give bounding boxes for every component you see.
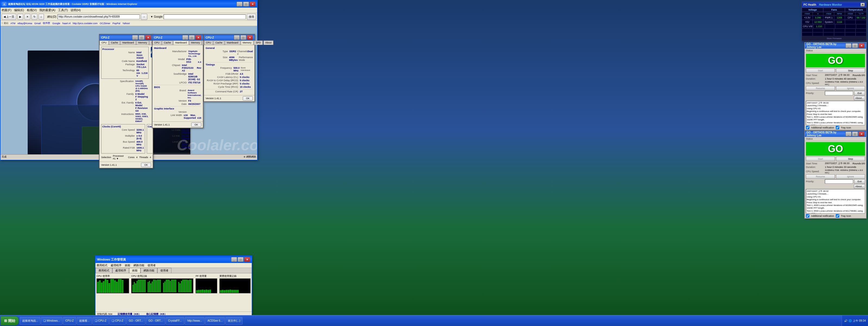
ie-address-input[interactable] — [58, 15, 140, 19]
orthos2-about-btn[interactable]: About... — [854, 184, 865, 189]
cpuz1-tab-cpu[interactable]: CPU — [99, 40, 108, 45]
taskman-max[interactable]: □ — [238, 257, 244, 262]
cpuz1-tab-memory[interactable]: Memory — [136, 40, 149, 45]
cpuz2-ok-btn[interactable]: OK — [191, 123, 201, 127]
cpuz3-tab-spd[interactable]: SPD — [254, 40, 263, 45]
ie-link-atm[interactable]: ATM — [10, 22, 16, 25]
taskbar-item-3[interactable]: 超频看... — [77, 317, 92, 325]
orthos1-addl-notif-check[interactable] — [806, 126, 809, 129]
orthos2-priority-input[interactable] — [825, 179, 853, 184]
orthos1-about-btn[interactable]: About... — [854, 96, 865, 100]
orthos2-tray-icon-check[interactable] — [836, 214, 839, 218]
cpuz2-min[interactable]: _ — [182, 35, 188, 40]
cpuz1-min[interactable]: _ — [132, 35, 138, 40]
taskbar-item-10[interactable]: ACDSee 6... — [205, 317, 225, 325]
taskman-tab-1[interactable]: 處理程序 — [112, 268, 129, 273]
ie-back[interactable]: ◀ 上一页 — [2, 14, 16, 20]
taskman-close[interactable]: ✕ — [244, 257, 250, 262]
ie-refresh[interactable]: ↻ — [31, 14, 37, 20]
cpuz3-tab-cpu[interactable]: CPU — [204, 40, 213, 45]
ie-search-input[interactable] — [163, 15, 246, 19]
orthos1-exit-btn[interactable]: Exit — [854, 91, 865, 96]
orthos1-resume-btn[interactable]: Resume — [806, 86, 835, 90]
taskbar-item-4[interactable]: ❑ CPU-Z — [93, 317, 109, 325]
orthos1-start-btn[interactable]: Start — [806, 69, 835, 73]
orthos2-resume-btn[interactable]: Resume — [806, 174, 835, 179]
hwmon-close[interactable]: ✕ — [860, 3, 865, 6]
ie-stop[interactable]: ✕ — [24, 14, 30, 20]
orthos2-stop-btn[interactable]: Stop — [836, 157, 865, 161]
cpuz1-close[interactable]: ✕ — [145, 35, 151, 40]
cpuz3-max[interactable]: □ — [240, 35, 246, 40]
cpuz2-tab-cpu[interactable]: CPU — [152, 40, 161, 45]
cpuz1-ok-btn[interactable]: OK — [141, 163, 151, 167]
taskman-menu-0[interactable]: 應用程式 — [97, 264, 107, 267]
taskman-min[interactable]: _ — [231, 257, 237, 262]
taskbar-item-5[interactable]: ❑ CPU-Z — [109, 317, 126, 325]
start-button[interactable]: ⊞ 開始 — [1, 316, 19, 325]
ie-link-gmail[interactable]: Gmail — [34, 22, 41, 25]
ie-menu-favorites[interactable]: 我的最爱(A) — [39, 8, 55, 12]
cpuz3-tab-memory[interactable]: Memory — [241, 40, 254, 45]
orthos2-ignore-btn[interactable]: Ignore — [836, 174, 865, 179]
taskman-menu-4[interactable]: 使用者 — [148, 264, 156, 267]
cpuz3-close[interactable]: ✕ — [247, 35, 253, 40]
cpuz2-tab-memory[interactable]: Memory — [189, 40, 202, 45]
orthos1-stop-btn[interactable]: Stop — [836, 69, 865, 73]
cpuz3-tab-mainboard[interactable]: Mainboard — [225, 40, 240, 45]
taskbar-item-9[interactable]: http://www... — [185, 317, 204, 325]
taskbar-item-7[interactable]: GO - ORT... — [146, 317, 165, 325]
ie-menu-view[interactable]: 检视(V) — [27, 8, 37, 12]
cpuz3-tab-about[interactable]: About — [264, 40, 274, 45]
cpuz2-tab-cache[interactable]: Cache — [162, 40, 173, 45]
ie-menu-edit[interactable]: 编辑(E) — [14, 8, 24, 12]
cpuz1-tab-cache[interactable]: Cache — [109, 40, 120, 45]
cpuz3-tab-cache[interactable]: Cache — [214, 40, 224, 45]
cpuz3-min[interactable]: _ — [234, 35, 240, 40]
ie-link-paypal[interactable]: PayPal — [113, 22, 120, 25]
orthos1-tray-icon-check[interactable] — [836, 126, 839, 129]
taskbar-item-6[interactable]: GO - ORT... — [126, 317, 146, 325]
orthos2-max[interactable]: □ — [852, 132, 858, 136]
orthos2-exit-btn[interactable]: Exit — [854, 179, 865, 184]
orthos1-max[interactable]: □ — [852, 43, 858, 48]
ie-menu-tools[interactable]: 工具(T) — [58, 8, 68, 12]
ie-link-pcs[interactable]: http://pics.coolaler.com — [73, 22, 98, 25]
cpuz1-tab-mainboard[interactable]: Mainboard — [120, 40, 136, 45]
orthos1-ignore-btn[interactable]: Ignore — [836, 86, 865, 90]
taskman-tab-0[interactable]: 應用程式 — [95, 268, 112, 273]
orthos2-addl-notif-check[interactable] — [806, 214, 809, 218]
cpuz2-tab-mainboard[interactable]: Mainboard — [173, 40, 189, 45]
ie-maximize[interactable]: □ — [243, 2, 249, 6]
ie-home[interactable]: ⌂ — [38, 14, 44, 20]
taskman-tab-4[interactable]: 使用者 — [157, 268, 172, 273]
ie-link-haart[interactable]: haart.nl — [62, 22, 70, 25]
taskman-menu-2[interactable]: 效能 — [125, 264, 130, 267]
ie-close[interactable]: ✕ — [250, 2, 255, 6]
cpuz2-max[interactable]: □ — [189, 35, 195, 40]
taskman-menu-3[interactable]: 網路功能 — [133, 264, 144, 267]
cpuz3-ok-btn[interactable]: OK — [243, 96, 253, 101]
orthos1-close[interactable]: ✕ — [859, 43, 865, 48]
ie-minimize[interactable]: _ — [237, 2, 243, 6]
ie-search-btn[interactable]: 搜尋 — [247, 14, 256, 20]
taskbar-item-8[interactable]: CrystalFF... — [166, 317, 184, 325]
orthos1-priority-input[interactable] — [825, 91, 853, 96]
taskbar-item-0[interactable]: 超频者淘战... — [20, 317, 40, 325]
taskbar-item-2[interactable]: CPU-Z — [63, 317, 76, 325]
orthos2-start-btn[interactable]: Start — [806, 157, 835, 161]
ie-menu-file[interactable]: 档案(F) — [2, 8, 11, 12]
ie-link-ocz[interactable]: OCZtimer — [100, 22, 111, 25]
taskbar-item-1[interactable]: ❑ Windows... — [41, 317, 62, 325]
orthos1-min[interactable]: _ — [845, 43, 851, 48]
taskman-tab-3[interactable]: 網路功能 — [141, 268, 157, 273]
taskbar-item-11[interactable]: 画文件(...) — [225, 317, 243, 325]
cpuz2-close[interactable]: ✕ — [195, 35, 201, 40]
ie-link-ebay[interactable]: eBay@Korea — [18, 22, 32, 25]
orthos2-min[interactable]: _ — [845, 132, 851, 136]
ie-link-inbox[interactable]: 收件匣 — [43, 22, 50, 25]
taskman-menu-1[interactable]: 處理程序 — [111, 264, 122, 267]
ie-link-yahoo[interactable]: Yahoo! — [122, 22, 130, 25]
ie-menu-help[interactable]: 说明(H) — [70, 8, 81, 12]
ie-go[interactable]: → — [141, 14, 147, 20]
